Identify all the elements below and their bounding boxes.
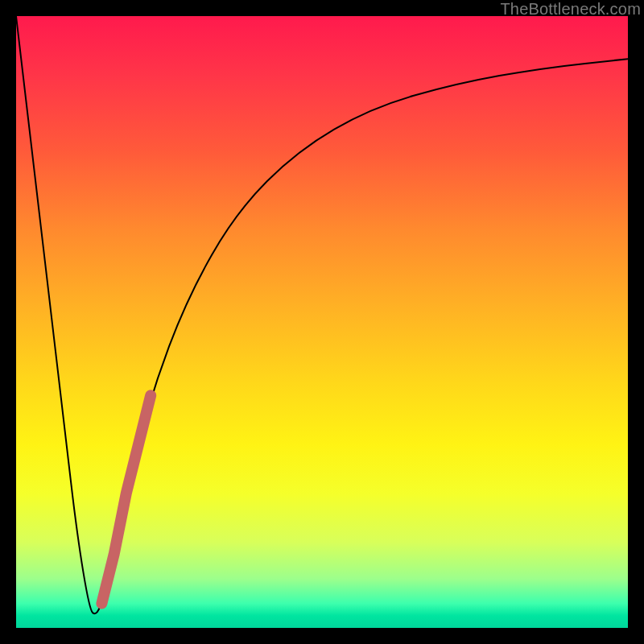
- bottleneck-curve: [16, 16, 628, 613]
- plot-area: [16, 16, 628, 628]
- curve-layer: [16, 16, 628, 628]
- chart-frame: TheBottleneck.com: [0, 0, 644, 644]
- highlighted-segment: [101, 395, 151, 603]
- watermark-text: TheBottleneck.com: [500, 0, 641, 19]
